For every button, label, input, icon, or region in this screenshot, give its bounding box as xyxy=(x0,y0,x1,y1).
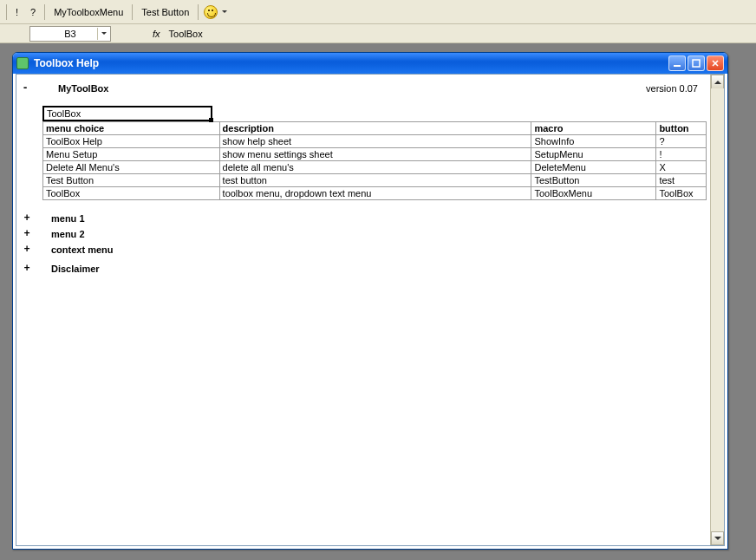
name-box-dropdown-icon[interactable] xyxy=(97,28,108,40)
cell[interactable]: TestButton xyxy=(531,174,656,187)
help-heading: MyToolBox xyxy=(53,81,114,95)
document-area: - MyToolBox version 0.07 ToolBox menu ch… xyxy=(16,74,725,546)
cell[interactable]: SetupMenu xyxy=(531,148,656,161)
outline-toggle-plus[interactable]: + xyxy=(20,228,34,240)
toolbar-separator xyxy=(132,4,133,20)
name-box-value: B3 xyxy=(64,29,75,39)
outline-toggle-plus[interactable]: + xyxy=(20,244,34,256)
formula-bar: B3 fx ToolBox xyxy=(0,24,756,43)
table-header-row: menu choice description macro button xyxy=(43,122,707,135)
mdi-workspace: Toolbox Help - MyToolBox xyxy=(0,43,756,560)
formula-input[interactable]: ToolBox xyxy=(169,29,203,39)
window-titlebar[interactable]: Toolbox Help xyxy=(13,53,727,74)
table-row[interactable]: ToolBox Help show help sheet ShowInfo ? xyxy=(43,135,707,148)
col-description[interactable]: description xyxy=(219,122,531,135)
cell[interactable]: X xyxy=(656,161,707,174)
sheet-content[interactable]: - MyToolBox version 0.07 ToolBox menu ch… xyxy=(16,75,710,545)
toolbar-mytoolboxmenu-button[interactable]: MyToolboxMenu xyxy=(48,4,129,20)
toolbar-test-button[interactable]: Test Button xyxy=(135,4,195,20)
fx-label[interactable]: fx xyxy=(153,29,160,39)
app-toolbar: ! ? MyToolboxMenu Test Button xyxy=(0,0,756,24)
svg-rect-1 xyxy=(693,60,700,67)
cell[interactable]: ToolBox Help xyxy=(43,135,220,148)
toolbar-help-button[interactable]: ? xyxy=(24,4,42,20)
cell[interactable]: test xyxy=(656,174,707,187)
scroll-up-button[interactable] xyxy=(711,75,724,88)
cell[interactable]: Delete All Menu's xyxy=(43,161,220,174)
table-row[interactable]: ToolBox toolbox menu, dropdown text menu… xyxy=(43,187,707,200)
cell[interactable]: ToolBox xyxy=(43,187,220,200)
outline-toggle-plus[interactable]: + xyxy=(20,263,34,275)
outline-label[interactable]: menu 2 xyxy=(42,229,85,239)
version-label: version 0.07 xyxy=(646,83,705,94)
cell[interactable]: ToolBoxMenu xyxy=(531,187,656,200)
minimize-button[interactable] xyxy=(668,55,686,71)
outline-label[interactable]: menu 1 xyxy=(42,213,85,224)
active-cell[interactable]: ToolBox xyxy=(42,106,212,121)
cell[interactable]: show help sheet xyxy=(219,135,531,148)
col-button[interactable]: button xyxy=(656,122,707,135)
outline-label[interactable]: Disclaimer xyxy=(42,264,100,274)
table-row[interactable]: Menu Setup show menu settings sheet Setu… xyxy=(43,148,707,161)
cell[interactable]: ToolBox xyxy=(656,187,707,200)
excel-doc-icon xyxy=(16,57,29,69)
outline-label[interactable]: context menu xyxy=(42,244,114,255)
cell[interactable]: show menu settings sheet xyxy=(219,148,531,161)
name-box[interactable]: B3 xyxy=(29,26,111,42)
toolbar-separator xyxy=(6,4,7,20)
col-menu-choice[interactable]: menu choice xyxy=(43,122,220,135)
scroll-down-button[interactable] xyxy=(711,531,724,545)
cell[interactable]: ! xyxy=(656,148,707,161)
toolbar-dropdown-arrow-icon[interactable] xyxy=(222,10,227,13)
cell[interactable]: delete all menu's xyxy=(219,161,531,174)
cell[interactable]: Menu Setup xyxy=(43,148,220,161)
toolbar-separator xyxy=(198,4,199,20)
toolbar-bang-button[interactable]: ! xyxy=(10,4,24,20)
maximize-button[interactable] xyxy=(688,55,705,71)
smiley-icon[interactable] xyxy=(204,5,218,19)
svg-rect-0 xyxy=(674,65,681,67)
document-window: Toolbox Help - MyToolBox xyxy=(12,52,728,550)
col-macro[interactable]: macro xyxy=(531,122,656,135)
cell[interactable]: ShowInfo xyxy=(531,135,656,148)
close-button[interactable] xyxy=(707,55,724,71)
toolbar-separator xyxy=(44,4,45,20)
vertical-scrollbar[interactable] xyxy=(710,75,724,545)
outline-toggle-plus[interactable]: + xyxy=(20,212,34,225)
table-row[interactable]: Delete All Menu's delete all menu's Dele… xyxy=(43,161,707,174)
outline-toggle-minus[interactable]: - xyxy=(18,82,32,94)
cell[interactable]: DeleteMenu xyxy=(531,161,656,174)
active-cell-value: ToolBox xyxy=(47,108,81,119)
help-table: menu choice description macro button Too… xyxy=(42,121,707,200)
window-title: Toolbox Help xyxy=(34,57,99,69)
cell[interactable]: ? xyxy=(656,135,707,148)
cell[interactable]: Test Button xyxy=(43,174,220,187)
table-row[interactable]: Test Button test button TestButton test xyxy=(43,174,707,187)
cell[interactable]: test button xyxy=(219,174,531,187)
cell[interactable]: toolbox menu, dropdown text menu xyxy=(219,187,531,200)
